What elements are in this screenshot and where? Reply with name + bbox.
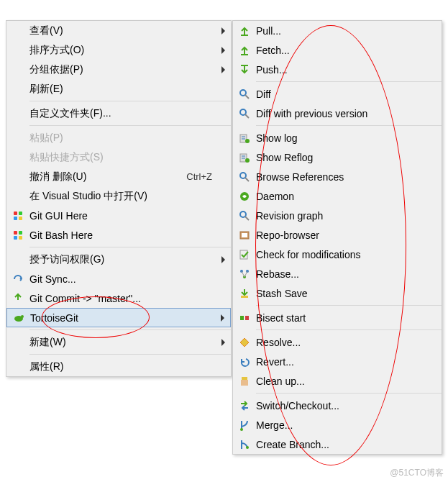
menu-item-label: Git GUI Here xyxy=(29,210,227,222)
menu-item[interactable]: 授予访问权限(G) xyxy=(6,250,231,269)
menu-item[interactable]: Show log xyxy=(233,128,442,147)
icon-placeholder xyxy=(6,333,29,352)
menu-item-label: 新建(W) xyxy=(29,336,227,349)
context-menu-right: Pull...Fetch...Push...DiffDiff with prev… xyxy=(232,20,442,455)
menu-item-label: 自定义文件夹(F)... xyxy=(29,107,227,120)
menu-item[interactable]: Merge... xyxy=(233,415,442,435)
menu-item-label: TortoiseGit xyxy=(30,312,226,324)
svg-point-25 xyxy=(240,212,246,217)
menu-item[interactable]: Browse References xyxy=(233,167,442,186)
menu-item[interactable]: Bisect start xyxy=(233,308,442,327)
submenu-arrow-icon xyxy=(221,256,225,263)
log-icon xyxy=(233,129,256,147)
menu-item-label: 刷新(E) xyxy=(29,83,227,96)
menu-item[interactable]: Repo-browser xyxy=(233,225,442,245)
tortoise-icon xyxy=(7,309,30,327)
svg-line-13 xyxy=(245,114,249,118)
menu-divider xyxy=(29,101,231,101)
menu-item[interactable]: Git GUI Here xyxy=(6,206,231,225)
rebase-icon xyxy=(233,265,256,283)
icon-placeholder xyxy=(6,358,29,376)
menu-item[interactable]: Diff with previous version xyxy=(233,104,442,123)
watermark: @51CTO博客 xyxy=(390,467,444,479)
menu-divider xyxy=(29,329,231,330)
menu-item[interactable]: Diff xyxy=(233,84,442,104)
menu-item[interactable]: Revision graph xyxy=(233,206,442,225)
menu-item[interactable]: TortoiseGit xyxy=(6,308,231,327)
menu-item[interactable]: 查看(V) xyxy=(6,21,231,40)
svg-rect-35 xyxy=(245,316,249,320)
icon-placeholder xyxy=(6,148,29,167)
menu-item[interactable]: Pull... xyxy=(233,21,442,40)
svg-rect-1 xyxy=(19,212,22,215)
menu-item-label: Clean up... xyxy=(256,376,437,387)
menu-item-label: Git Commit -> "master"... xyxy=(29,293,227,304)
menu-item-label: 撤消 删除(U) xyxy=(29,170,186,183)
menu-item-label: Revision graph xyxy=(256,210,437,222)
icon-placeholder xyxy=(6,168,29,186)
icon-placeholder xyxy=(6,187,29,206)
svg-rect-0 xyxy=(14,212,17,215)
menu-item[interactable]: Rebase... xyxy=(233,264,442,283)
svg-rect-7 xyxy=(19,236,22,240)
menu-item[interactable]: Revert... xyxy=(233,352,442,371)
menu-item[interactable]: Git Bash Here xyxy=(6,225,231,245)
menu-item[interactable]: Create Branch... xyxy=(233,435,442,454)
menu-item[interactable]: 属性(R) xyxy=(6,357,231,376)
diff-prev-icon xyxy=(233,104,256,123)
cleanup-icon xyxy=(233,372,256,391)
menu-item[interactable]: Stash Save xyxy=(233,283,442,303)
menu-item[interactable]: 新建(W) xyxy=(6,332,231,352)
svg-point-12 xyxy=(240,109,246,115)
svg-point-10 xyxy=(240,90,246,96)
menu-item-label: Push... xyxy=(256,64,437,76)
menu-item-label: 属性(R) xyxy=(29,360,227,373)
menu-item[interactable]: Git Sync... xyxy=(6,269,231,288)
menu-item[interactable]: Daemon xyxy=(233,186,442,206)
svg-point-9 xyxy=(21,315,24,318)
menu-divider xyxy=(256,329,442,330)
svg-rect-3 xyxy=(19,217,22,220)
submenu-arrow-icon xyxy=(221,27,225,35)
merge-icon xyxy=(233,416,256,435)
svg-point-37 xyxy=(240,428,243,431)
menu-item[interactable]: Push... xyxy=(233,60,442,79)
menu-item[interactable]: 在 Visual Studio 中打开(V) xyxy=(6,186,231,206)
menu-divider xyxy=(29,125,231,126)
menu-item-label: 在 Visual Studio 中打开(V) xyxy=(29,190,227,203)
menu-item[interactable]: Clean up... xyxy=(233,371,442,391)
menu-item[interactable]: 自定义文件夹(F)... xyxy=(6,104,231,123)
menu-item[interactable]: 刷新(E) xyxy=(6,79,231,99)
menu-item[interactable]: Git Commit -> "master"... xyxy=(6,288,231,308)
svg-point-38 xyxy=(246,446,249,449)
icon-placeholder xyxy=(6,129,29,147)
menu-item-label: Switch/Checkout... xyxy=(256,400,437,411)
menu-divider xyxy=(256,125,442,126)
submenu-arrow-icon xyxy=(221,66,225,73)
menu-item[interactable]: Resolve... xyxy=(233,332,442,352)
icon-placeholder xyxy=(6,60,29,79)
menu-item-label: 粘贴快捷方式(S) xyxy=(29,151,227,164)
menu-item[interactable]: Check for modifications xyxy=(233,245,442,264)
menu-item[interactable]: 分组依据(P) xyxy=(6,60,231,79)
svg-point-17 xyxy=(245,139,250,143)
svg-rect-5 xyxy=(19,231,22,235)
menu-item[interactable]: 撤消 删除(U)Ctrl+Z xyxy=(6,167,231,186)
menu-item-label: Pull... xyxy=(256,25,437,37)
svg-line-23 xyxy=(245,178,249,181)
menu-item-label: Show Reflog xyxy=(256,152,437,163)
switch-icon xyxy=(233,396,256,415)
menu-item[interactable]: Switch/Checkout... xyxy=(233,396,442,415)
menu-item-label: Resolve... xyxy=(256,337,437,348)
git-bash-icon xyxy=(6,226,29,245)
menu-item[interactable]: Show Reflog xyxy=(233,147,442,167)
menu-item[interactable]: 排序方式(O) xyxy=(6,40,231,60)
svg-rect-34 xyxy=(240,316,244,320)
menu-item-label: Bisect start xyxy=(256,312,437,324)
browse-icon xyxy=(233,168,256,186)
menu-item-label: Create Branch... xyxy=(256,439,437,450)
menu-item[interactable]: Fetch... xyxy=(233,40,442,60)
stash-icon xyxy=(233,284,256,303)
svg-point-21 xyxy=(245,158,250,163)
icon-placeholder xyxy=(6,22,29,40)
